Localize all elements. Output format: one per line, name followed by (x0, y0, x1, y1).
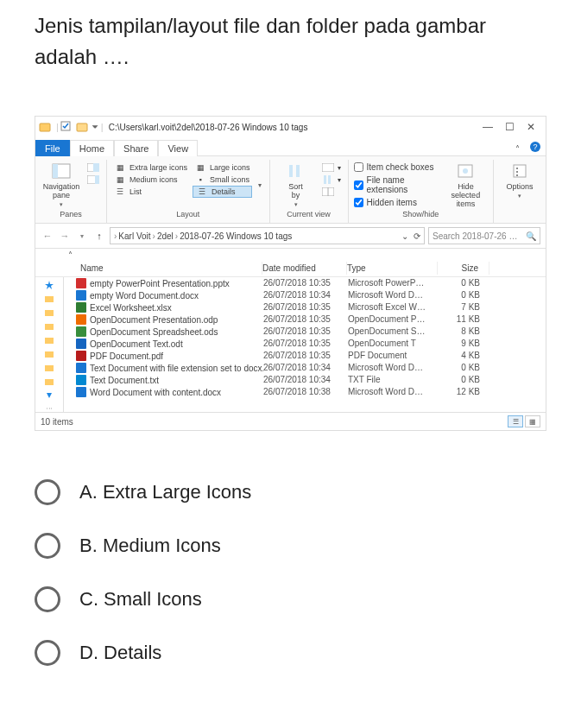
file-icon (76, 363, 86, 373)
back-button[interactable]: ← (41, 231, 54, 241)
file-icon (76, 290, 86, 301)
table-row[interactable]: OpenDocument Spreadsheet.ods26/07/2018 1… (76, 326, 546, 338)
sort-by-button[interactable]: Sort by ▾ (275, 161, 317, 208)
maximize-button[interactable]: ☐ (505, 121, 515, 133)
radio-icon (35, 640, 60, 666)
up-button[interactable]: ↑ (92, 231, 106, 241)
breadcrumb-3[interactable]: 2018-07-26 Windows 10 tags (180, 231, 292, 241)
table-row[interactable]: Excel Worksheet.xlsx26/07/2018 10:35Micr… (76, 301, 546, 313)
file-icon (76, 387, 86, 397)
folder-icon[interactable] (45, 308, 54, 317)
scroll-marker: ⋮ (46, 405, 54, 412)
folder-icon[interactable] (45, 294, 54, 303)
question-text: Jenis tampilan/layout file dan folder pa… (0, 0, 581, 90)
file-type: OpenDocument S… (348, 326, 439, 337)
help-icon[interactable]: ? (530, 142, 540, 152)
option-c[interactable]: C. Small Icons (35, 573, 546, 626)
svg-rect-6 (93, 163, 99, 172)
layout-details[interactable]: ☰Details (193, 186, 252, 198)
addr-dropdown-icon[interactable]: ⌄ (401, 231, 408, 241)
ribbon-tabs: File Home Share View ˄ ? (35, 137, 546, 156)
table-row[interactable]: OpenDocument Presentation.odp26/07/2018 … (76, 313, 546, 326)
file-date: 26/07/2018 10:35 (263, 339, 348, 349)
svg-rect-24 (45, 310, 54, 316)
navigation-pane-button[interactable]: Navigation pane ▾ (41, 161, 82, 208)
minimize-button[interactable]: — (483, 121, 493, 133)
folder-small-icon[interactable] (76, 121, 88, 133)
file-icon (76, 351, 86, 361)
file-date: 26/07/2018 10:35 (263, 326, 348, 337)
hide-selected-items-button[interactable]: Hide selected items (444, 161, 488, 208)
table-row[interactable]: Word Document with content.docx26/07/201… (76, 386, 546, 398)
details-pane-icon[interactable] (85, 174, 101, 186)
table-row[interactable]: OpenDocument Text.odt26/07/2018 10:35Ope… (76, 338, 546, 350)
breadcrumb-1[interactable]: Karl Voit (118, 231, 150, 241)
table-row[interactable]: PDF Document.pdf26/07/2018 10:35PDF Docu… (76, 350, 546, 362)
tab-view[interactable]: View (158, 140, 198, 156)
svg-marker-22 (45, 281, 54, 289)
file-date: 26/07/2018 10:35 (263, 314, 348, 325)
tab-home[interactable]: Home (70, 140, 114, 156)
col-date[interactable]: Date modified (262, 262, 347, 275)
option-a[interactable]: A. Extra Large Icons (35, 465, 546, 519)
ribbon-collapse-icon[interactable]: ˄ (510, 142, 525, 155)
size-columns-icon[interactable] (320, 186, 343, 198)
group-by-icon[interactable]: ▾ (320, 161, 343, 174)
check-hidden-items[interactable]: Hidden items (354, 197, 440, 208)
tab-file[interactable]: File (35, 140, 70, 156)
check-item-check-boxes[interactable]: Item check boxes (354, 161, 440, 173)
svg-rect-8 (95, 175, 99, 184)
folder-icon[interactable] (45, 322, 54, 331)
layout-small-icons[interactable]: ▪Small icons (193, 174, 252, 186)
search-box[interactable]: Search 2018-07-26 … 🔍 (428, 227, 540, 244)
folder-icon[interactable] (45, 377, 54, 386)
option-b[interactable]: B. Medium Icons (35, 519, 546, 573)
layout-large-icons[interactable]: ▦Large icons (193, 161, 252, 174)
view-large-icons-toggle[interactable]: ▦ (525, 415, 540, 427)
close-button[interactable]: ✕ (527, 121, 535, 133)
file-type: PDF Document (348, 351, 439, 361)
check-file-name-extensions[interactable]: File name extensions (354, 174, 440, 195)
view-details-toggle[interactable]: ☰ (508, 415, 523, 427)
refresh-icon[interactable]: ⟳ (414, 231, 420, 241)
radio-icon (35, 533, 60, 559)
col-type[interactable]: Type (347, 262, 438, 275)
forward-button[interactable]: → (58, 231, 72, 241)
recent-locations-icon[interactable]: ▾ (75, 232, 89, 240)
layout-extra-large-icons[interactable]: ▦Extra large icons (112, 161, 189, 174)
layout-more-icon[interactable]: ▾ (256, 181, 264, 189)
col-size[interactable]: Size (438, 262, 489, 275)
file-icon (76, 339, 86, 349)
qat-dropdown[interactable]: ⏷ (92, 123, 99, 131)
file-icon (76, 375, 86, 385)
file-icon (76, 314, 86, 325)
preview-pane-icon[interactable] (85, 161, 101, 174)
layout-medium-icons[interactable]: ▦Medium icons (112, 174, 189, 186)
file-date: 26/07/2018 10:38 (263, 387, 348, 397)
svg-rect-13 (328, 175, 331, 184)
table-row[interactable]: empty PowerPoint Presentation.pptx26/07/… (76, 277, 546, 289)
checkbox-icon[interactable] (60, 121, 73, 133)
file-size: 8 KB (439, 326, 490, 337)
layout-list[interactable]: ☰List (112, 186, 189, 198)
option-d[interactable]: D. Details (35, 626, 546, 680)
tab-share[interactable]: Share (114, 140, 158, 156)
table-row[interactable]: Text Document with file extension set to… (76, 362, 546, 374)
folder-icon[interactable] (45, 336, 54, 345)
address-bar[interactable]: › Karl Voit › 2del › 2018-07-26 Windows … (110, 227, 425, 244)
file-name: empty Word Document.docx (90, 291, 199, 301)
file-type: OpenDocument P… (348, 314, 439, 325)
breadcrumb-2[interactable]: 2del (157, 231, 174, 241)
table-row[interactable]: Text Document.txt26/07/2018 10:34TXT Fil… (76, 374, 546, 386)
file-size: 0 KB (439, 278, 490, 288)
folder-icon[interactable] (45, 350, 54, 358)
table-row[interactable]: empty Word Document.docx26/07/2018 10:34… (76, 289, 546, 301)
folder-icon[interactable] (45, 364, 54, 372)
collapse-caret-icon[interactable]: ˄ (35, 249, 546, 260)
add-columns-icon[interactable]: ▾ (320, 174, 343, 186)
file-type: Microsoft Word D… (348, 290, 439, 301)
col-name[interactable]: Name (77, 262, 262, 275)
options-button[interactable]: Options ▾ (499, 161, 540, 199)
file-name: Excel Worksheet.xlsx (90, 303, 172, 313)
down-arrow-icon[interactable] (45, 391, 54, 400)
